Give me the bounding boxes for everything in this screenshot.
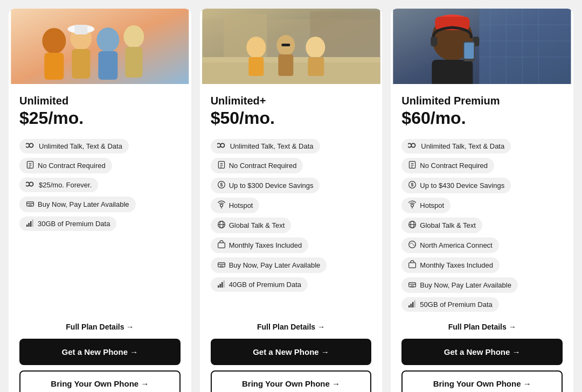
feature-badge: 30GB of Premium Data <box>19 216 116 231</box>
features-list: Unlimited Talk, Text & DataNo Contract R… <box>19 139 181 312</box>
feature-label: Up to $430 Device Savings <box>420 181 504 190</box>
feature-item: Hotspot <box>211 198 372 213</box>
feature-icon <box>26 219 34 228</box>
feature-label: No Contract Required <box>420 162 488 170</box>
feature-label: Unlimited Talk, Text & Data <box>230 142 314 150</box>
feature-label: Hotspot <box>420 201 444 209</box>
svg-rect-70 <box>465 43 474 59</box>
feature-label: 50GB of Premium Data <box>420 300 492 309</box>
feature-badge: Buy Now, Pay Later Available <box>19 197 136 212</box>
feature-item: $Up to $300 Device Savings <box>211 178 372 193</box>
plan-price: $60/mo. <box>401 108 563 128</box>
svg-rect-19 <box>29 223 30 227</box>
feature-label: Monthly Taxes Included <box>229 241 302 249</box>
feature-item: Monthly Taxes Included <box>401 257 563 273</box>
feature-icon <box>408 142 418 151</box>
feature-badge: $Up to $430 Device Savings <box>401 178 511 193</box>
feature-icon <box>26 142 36 151</box>
svg-point-28 <box>246 37 266 58</box>
svg-rect-50 <box>218 285 219 288</box>
svg-rect-2 <box>44 53 64 80</box>
feature-badge: 40GB of Premium Data <box>211 277 308 292</box>
feature-badge: Monthly Taxes Included <box>211 237 309 253</box>
feature-icon <box>408 220 417 230</box>
feature-item: No Contract Required <box>211 158 372 173</box>
feature-label: $25/mo. Forever. <box>39 181 92 189</box>
feature-label: Buy Now, Pay Later Available <box>38 200 129 208</box>
feature-item: Monthly Taxes Included <box>211 237 372 253</box>
feature-icon <box>26 180 36 190</box>
feature-item: Buy Now, Pay Later Available <box>401 277 563 293</box>
svg-rect-53 <box>223 281 224 288</box>
svg-rect-8 <box>125 47 142 78</box>
feature-badge: Buy Now, Pay Later Available <box>211 257 327 273</box>
feature-item: Unlimited Talk, Text & Data <box>19 139 181 153</box>
get-new-phone-button[interactable]: Get a New Phone → <box>401 339 563 365</box>
bring-your-own-phone-button[interactable]: Bring Your Own Phone → <box>19 370 181 392</box>
feature-icon: $ <box>408 180 417 191</box>
feature-item: 50GB of Premium Data <box>401 297 563 312</box>
feature-icon <box>26 160 34 171</box>
svg-rect-52 <box>221 282 223 288</box>
feature-label: 30GB of Premium Data <box>38 220 110 228</box>
plan-card-unlimited: Unlimited$25/mo.Unlimited Talk, Text & D… <box>9 9 191 392</box>
svg-rect-87 <box>408 305 410 307</box>
get-new-phone-button[interactable]: Get a New Phone → <box>211 339 372 365</box>
feature-label: Hotspot <box>229 201 253 209</box>
svg-rect-84 <box>409 283 416 287</box>
svg-point-1 <box>42 28 66 54</box>
feature-badge: $Up to $300 Device Savings <box>211 178 320 193</box>
svg-rect-10 <box>74 25 87 34</box>
feature-badge: Global Talk & Text <box>211 218 292 233</box>
svg-point-41 <box>220 204 223 207</box>
feature-label: No Contract Required <box>38 162 106 170</box>
feature-label: North America Connect <box>420 241 492 249</box>
feature-item: Buy Now, Pay Later Available <box>19 197 181 212</box>
feature-icon <box>217 240 226 250</box>
feature-label: Buy Now, Pay Later Available <box>420 281 511 289</box>
feature-item: Unlimited Talk, Text & Data <box>401 139 563 153</box>
feature-label: Global Talk & Text <box>420 221 476 229</box>
feature-label: Global Talk & Text <box>229 221 285 229</box>
feature-item: Buy Now, Pay Later Available <box>211 257 372 273</box>
feature-badge: No Contract Required <box>401 158 494 173</box>
svg-point-32 <box>306 37 325 58</box>
feature-icon <box>217 160 226 171</box>
full-plan-details-link[interactable]: Full Plan Details → <box>401 323 563 331</box>
get-new-phone-button[interactable]: Get a New Phone → <box>19 339 181 365</box>
svg-text:$: $ <box>411 182 414 187</box>
feature-icon <box>217 260 226 270</box>
feature-item: Hotspot <box>401 198 563 213</box>
svg-rect-51 <box>219 284 220 288</box>
svg-rect-29 <box>248 57 264 76</box>
svg-rect-68 <box>432 60 473 84</box>
full-plan-details-link[interactable]: Full Plan Details → <box>211 323 372 331</box>
feature-label: Monthly Taxes Included <box>420 261 493 269</box>
feature-icon <box>217 220 226 230</box>
svg-rect-4 <box>72 49 90 79</box>
svg-point-5 <box>96 27 119 52</box>
feature-item: Global Talk & Text <box>401 218 563 233</box>
svg-rect-66 <box>431 37 438 46</box>
feature-item: North America Connect <box>401 237 563 253</box>
plan-name: Unlimited+ <box>211 95 372 107</box>
feature-badge: $25/mo. Forever. <box>19 178 98 192</box>
feature-item: Global Talk & Text <box>211 218 372 233</box>
bring-your-own-phone-button[interactable]: Bring Your Own Phone → <box>401 370 563 392</box>
svg-point-7 <box>123 25 144 48</box>
feature-icon <box>408 160 417 171</box>
feature-label: No Contract Required <box>229 162 297 170</box>
full-plan-details-link[interactable]: Full Plan Details → <box>19 323 181 331</box>
bring-your-own-phone-button[interactable]: Bring Your Own Phone → <box>211 370 372 392</box>
plan-name: Unlimited <box>19 95 181 107</box>
feature-label: Unlimited Talk, Text & Data <box>39 142 122 150</box>
svg-rect-6 <box>98 51 117 80</box>
plans-container: Unlimited$25/mo.Unlimited Talk, Text & D… <box>9 9 573 392</box>
feature-item: No Contract Required <box>401 158 563 173</box>
svg-point-82 <box>409 241 416 248</box>
features-list: Unlimited Talk, Text & DataNo Contract R… <box>211 139 372 312</box>
svg-rect-55 <box>480 9 571 84</box>
feature-badge: North America Connect <box>401 237 498 253</box>
feature-badge: Hotspot <box>401 198 451 213</box>
feature-badge: Hotspot <box>211 198 260 213</box>
